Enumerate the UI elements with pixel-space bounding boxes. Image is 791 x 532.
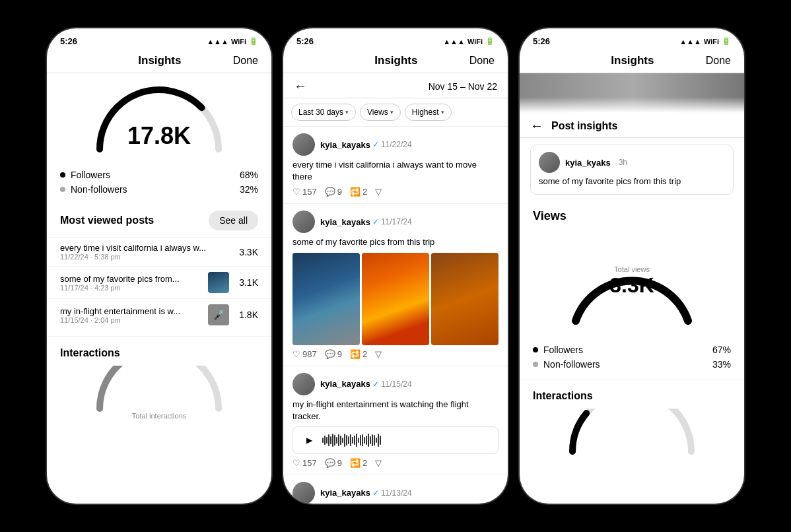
post-thumb-1 (208, 272, 229, 293)
dot-followers (60, 172, 65, 178)
wifi-icon-3: WiFi (704, 38, 719, 46)
phone-3: 5:26 ▲▲▲ WiFi 🔋 Insights Done ← Post ins… (520, 28, 744, 504)
avatar-3 (292, 482, 315, 504)
total-views-label: Total views (609, 265, 654, 273)
gauge-center-text: Total views 3.3K (609, 265, 654, 298)
interactions-section-1: Interactions Total interactions (47, 336, 271, 425)
status-icons-2: ▲▲▲ WiFi 🔋 (443, 37, 495, 46)
legend-3: Followers 67% Non-followers 33% (520, 334, 744, 374)
interactions-title-3: Interactions (533, 390, 731, 402)
avatar-1 (292, 211, 315, 233)
nav-bar-1: Insights Done (47, 49, 271, 73)
interactions-gauge-3 (533, 409, 731, 455)
feed-post-3: kyia_kayaks ✓ 11/13/24 (283, 475, 508, 504)
gauge-value-1: 17.8K (127, 122, 191, 150)
post-info-0: every time i visit california i always w… (60, 243, 234, 261)
status-bar-1: 5:26 ▲▲▲ WiFi 🔋 (47, 28, 271, 49)
nav-done-2[interactable]: Done (469, 55, 495, 67)
audio-player[interactable]: ▶ (292, 426, 499, 454)
repost-icon-0: 🔁 (350, 187, 361, 197)
interactions-section-3: Interactions (520, 379, 744, 460)
username-1: kyia_kayaks (320, 217, 370, 227)
verified-0: ✓ (372, 140, 379, 149)
image-dark (431, 253, 499, 345)
battery-icon: 🔋 (249, 37, 258, 46)
share-icon-0: ▽ (375, 187, 382, 197)
image-flowers (362, 253, 429, 345)
postdate-2: 11/15/24 (381, 380, 412, 389)
back-arrow-2[interactable]: ← (294, 79, 307, 94)
username-3: kyia_kayaks (320, 488, 370, 498)
nav-bar-2: Insights Done (283, 49, 508, 73)
legend-item-nonfollowers-3: Non-followers 33% (533, 359, 731, 370)
actions-2: ♡157 💬9 🔁2 ▽ (292, 458, 499, 468)
post-preview-card: kyia_kyaks 3h some of my favorite pics f… (530, 145, 734, 195)
dot-nonfollowers-3 (533, 362, 538, 367)
ppc-time: 3h (619, 158, 627, 167)
status-bar-2: 5:26 ▲▲▲ WiFi 🔋 (283, 28, 508, 49)
postdate-1: 11/17/24 (381, 217, 412, 226)
feed-post-0: kyia_kayaks ✓ 11/22/24 every time i visi… (283, 127, 508, 204)
nav-done-1[interactable]: Done (233, 55, 258, 67)
nav-done-3[interactable]: Done (706, 55, 731, 67)
nav-bar-3: Insights Done (520, 49, 744, 73)
legend-item-followers-3: Followers 67% (533, 345, 731, 355)
verified-2: ✓ (372, 380, 379, 389)
repost-icon-2: 🔁 (350, 458, 361, 468)
big-gauge: Total views 3.3K (533, 228, 731, 334)
top-image-strip (520, 73, 744, 113)
heart-icon-0: ♡ (292, 187, 300, 197)
legend-item-followers: Followers 68% (60, 170, 258, 180)
nonfollowers-pct-3: 33% (712, 359, 731, 370)
status-icons-3: ▲▲▲ WiFi 🔋 (679, 37, 731, 46)
post-title-1: some of my favorite pics from... (60, 274, 203, 284)
postdate-0: 11/22/24 (381, 140, 412, 149)
back-arrow-3[interactable]: ← (530, 118, 543, 133)
views-section: Views Total views 3.3K (520, 201, 744, 334)
views-title: Views (533, 209, 731, 223)
post-insights-title: Post insights (551, 120, 617, 132)
share-icon-1: ▽ (375, 349, 382, 359)
wifi-icon: WiFi (231, 38, 246, 46)
battery-icon-3: 🔋 (722, 37, 731, 46)
filter-views[interactable]: Views ▾ (360, 104, 401, 121)
post-row-0[interactable]: every time i visit california i always w… (47, 237, 271, 266)
post-info-1: some of my favorite pics from... 11/17/2… (60, 274, 203, 292)
status-bar-3: 5:26 ▲▲▲ WiFi 🔋 (520, 28, 744, 49)
signal-icon-2: ▲▲▲ (443, 38, 465, 46)
post-images-1 (292, 253, 499, 345)
post-title-0: every time i visit california i always w… (60, 243, 234, 253)
total-interactions-label: Total interactions (60, 412, 258, 420)
legend-1: Followers 68% Non-followers 32% (47, 159, 271, 195)
avatar-2 (292, 373, 315, 395)
interactions-title-1: Interactions (60, 347, 258, 359)
post-date-0: 11/22/24 · 5:38 pm (60, 253, 234, 261)
post-row-1[interactable]: some of my favorite pics from... 11/17/2… (47, 266, 271, 298)
see-all-button[interactable]: See all (209, 211, 258, 230)
nav-title-2: Insights (374, 54, 417, 67)
post-thumb-2: 🎤 (208, 304, 229, 325)
chevron-highest: ▾ (441, 109, 444, 116)
p2-sub-nav: ← Nov 15 – Nov 22 (283, 73, 508, 98)
filter-highest[interactable]: Highest ▾ (405, 104, 452, 121)
followers-label: Followers (71, 170, 110, 180)
verified-3: ✓ (372, 488, 379, 498)
nonfollowers-label-3: Non-followers (543, 359, 600, 370)
heart-icon-2: ♡ (292, 458, 300, 468)
play-button[interactable]: ▶ (301, 432, 317, 448)
date-range: Nov 15 – Nov 22 (429, 81, 497, 92)
heart-icon-1: ♡ (292, 349, 300, 359)
actions-1: ♡987 💬9 🔁2 ▽ (292, 349, 499, 359)
caption-2: my in-flight entertainment is watching t… (292, 399, 499, 422)
wifi-icon-2: WiFi (467, 38, 483, 46)
repost-icon-1: 🔁 (350, 349, 361, 359)
phone-2: 5:26 ▲▲▲ WiFi 🔋 Insights Done ← Nov 15 –… (283, 28, 508, 504)
p3-sub-nav: ← Post insights (520, 113, 744, 138)
phone1-content: 17.8K Followers 68% Non-followers 32% Mo (47, 73, 271, 504)
username-2: kyia_kayaks (320, 379, 370, 389)
username-0: kyia_kayaks (320, 140, 370, 150)
chevron-views: ▾ (390, 109, 394, 116)
feed-scroll[interactable]: kyia_kayaks ✓ 11/22/24 every time i visi… (283, 127, 508, 504)
post-row-2[interactable]: my in-flight entertainment is w... 11/15… (47, 298, 271, 331)
filter-days[interactable]: Last 30 days ▾ (291, 104, 356, 121)
